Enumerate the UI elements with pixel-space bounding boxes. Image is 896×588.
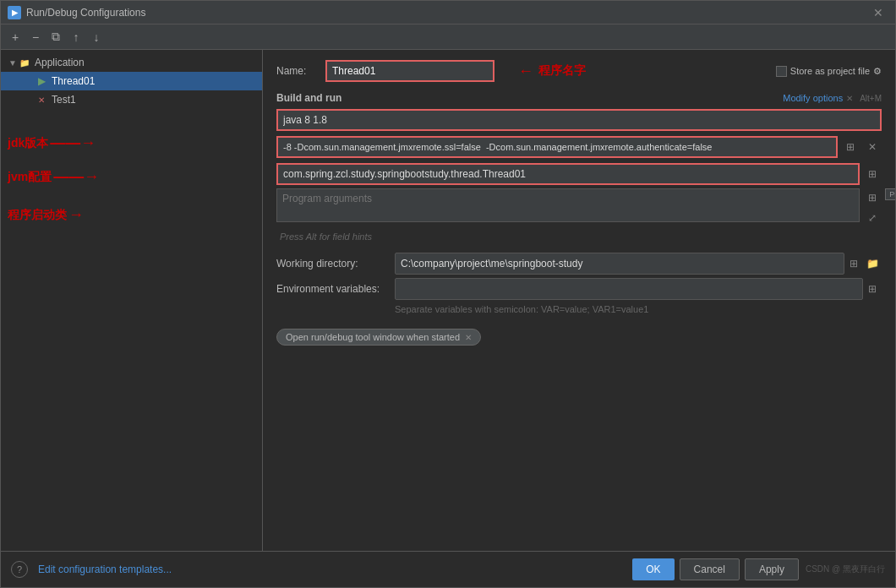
modify-options-link[interactable]: Modify options: [783, 93, 843, 103]
watermark-text: CSDN @ 黑夜拜白行: [806, 564, 885, 575]
dialog-buttons: OK Cancel Apply: [632, 558, 799, 580]
close-button[interactable]: ✕: [868, 4, 888, 21]
move-down-button[interactable]: ↓: [87, 28, 106, 46]
alt-hint-row: Press Alt for field hints: [276, 231, 882, 242]
config-tree: ▼ 📁 Application ▶ Thread01 ✕ Test1: [1, 50, 262, 551]
remove-config-button[interactable]: −: [26, 28, 45, 46]
prog-args-container: ⊞ ⤢ Program arguments Alt+R: [276, 188, 882, 227]
tree-item-label: Thread01: [52, 75, 95, 87]
env-vars-hint-row: Separate variables with semicolon: VAR=v…: [276, 303, 882, 315]
window-icon: ▶: [8, 6, 21, 19]
program-args-input[interactable]: [276, 188, 860, 222]
main-class-expand-btn[interactable]: ⊞: [863, 165, 882, 183]
working-dir-label-row: Working directory: ⊞ 📁: [276, 253, 882, 275]
run-config-icon: ▶: [35, 74, 48, 88]
jvm-expand-btn[interactable]: ⊞: [841, 138, 860, 156]
prog-args-fullscreen-btn[interactable]: ⤢: [863, 209, 882, 227]
store-project-area: Store as project file ⚙: [776, 66, 882, 77]
name-label: Name:: [276, 65, 319, 77]
main-content: ▼ 📁 Application ▶ Thread01 ✕ Test1: [1, 50, 895, 551]
prog-name-arrow: ←: [518, 63, 533, 80]
env-vars-hint: Separate variables with semicolon: VAR=v…: [395, 304, 648, 314]
help-button[interactable]: ?: [11, 561, 28, 578]
jdk-select[interactable]: java 8 1.8: [276, 109, 882, 131]
open-tool-window-row: Open run/debug tool window when started …: [276, 329, 882, 346]
main-class-row: ⊞ Main class Alt+C: [276, 163, 882, 185]
env-vars-expand-btn[interactable]: ⊞: [863, 280, 882, 298]
move-up-button[interactable]: ↑: [67, 28, 85, 46]
right-panel: Name: ← 程序名字 Store as project file ⚙ B: [263, 50, 895, 551]
tree-group-application[interactable]: ▼ 📁 Application: [1, 53, 262, 72]
prog-args-expand-btn[interactable]: ⊞: [863, 188, 882, 207]
expand-arrow: ▼: [8, 57, 18, 68]
store-project-gear[interactable]: ⚙: [873, 66, 882, 77]
left-panel: ▼ 📁 Application ▶ Thread01 ✕ Test1: [1, 50, 263, 551]
apply-button[interactable]: Apply: [745, 558, 799, 580]
cancel-button[interactable]: Cancel: [680, 558, 740, 580]
jvm-row: ⊞ ✕ Add VM options Alt+V: [276, 136, 882, 158]
main-class-input[interactable]: [276, 163, 860, 185]
alt-hint: Press Alt for field hints: [280, 231, 372, 242]
prog-name-annotation-area: ← 程序名字: [518, 63, 586, 80]
tree-group-label: Application: [35, 57, 85, 68]
tree-item-label2: Test1: [52, 94, 76, 106]
open-tool-window-label: Open run/debug tool window when started: [286, 332, 460, 342]
error-config-icon: ✕: [35, 93, 48, 106]
ok-button[interactable]: OK: [632, 558, 674, 580]
hints-container: java 8 1.8 JRC Alt+J ⊞ ✕ Add VM options …: [276, 109, 882, 185]
prog-name-label: 程序名字: [538, 63, 586, 79]
add-config-button[interactable]: +: [6, 28, 25, 46]
prog-args-row: ⊞ ⤢ Program arguments Alt+R: [276, 188, 882, 227]
tag-close-btn[interactable]: ✕: [465, 333, 472, 342]
working-dir-label: Working directory:: [276, 258, 395, 270]
modify-options-shortcut: Alt+M: [860, 94, 882, 103]
working-dir-expand-btn[interactable]: ⊞: [844, 254, 863, 273]
prog-args-hint: Program arguments Alt+R: [885, 188, 895, 200]
bottom-bar: ? Edit configuration templates... OK Can…: [1, 551, 895, 587]
window-title: Run/Debug Configurations: [26, 7, 868, 19]
working-dir-input[interactable]: [395, 253, 844, 275]
jdk-row: java 8 1.8 JRC Alt+J: [276, 109, 882, 131]
copy-config-button[interactable]: ⧉: [46, 28, 65, 46]
build-run-header: Build and run Modify options ✕ Alt+M: [276, 92, 882, 104]
edit-templates-link[interactable]: Edit configuration templates...: [38, 564, 172, 575]
name-row: Name: ← 程序名字 Store as project file ⚙: [276, 60, 882, 82]
tree-item-test1[interactable]: ✕ Test1: [1, 90, 262, 109]
name-input[interactable]: [325, 60, 494, 82]
open-tool-window-tag[interactable]: Open run/debug tool window when started …: [276, 329, 481, 346]
env-vars-input[interactable]: [395, 278, 863, 300]
tree-item-thread01[interactable]: ▶ Thread01: [1, 72, 262, 90]
store-project-label: Store as project file: [790, 66, 870, 76]
title-bar: ▶ Run/Debug Configurations ✕: [1, 1, 895, 24]
folder-icon: 📁: [18, 56, 31, 69]
jvm-close-btn[interactable]: ✕: [863, 138, 882, 156]
env-vars-label-row: Environment variables: ⊞: [276, 278, 882, 300]
modify-options-x: ✕: [846, 94, 853, 103]
env-vars-label: Environment variables:: [276, 283, 395, 295]
jvm-input[interactable]: [276, 136, 838, 158]
working-dir-browse-btn[interactable]: 📁: [863, 254, 882, 273]
toolbar: + − ⧉ ↑ ↓: [1, 24, 895, 50]
build-run-title: Build and run: [276, 92, 341, 104]
store-project-checkbox[interactable]: [776, 66, 787, 77]
